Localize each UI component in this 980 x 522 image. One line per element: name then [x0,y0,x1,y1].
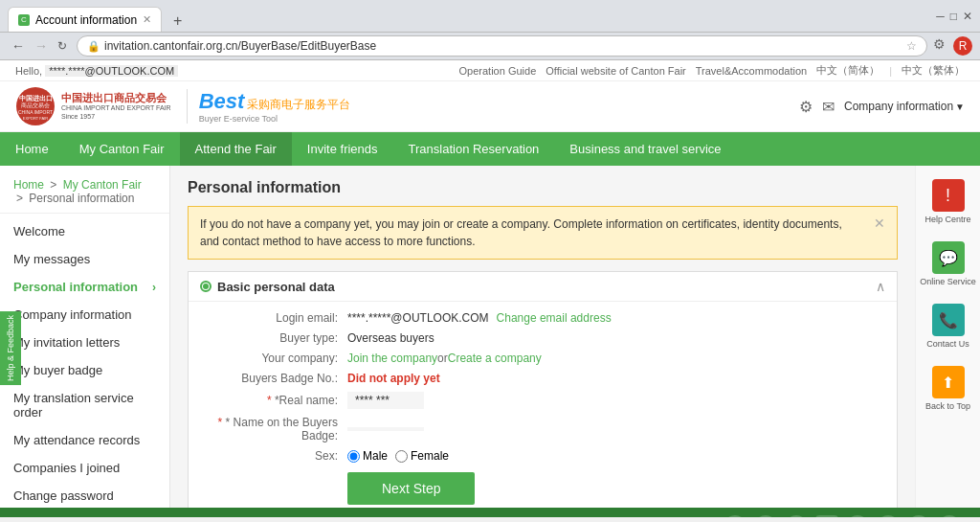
rs-back-to-top[interactable]: ⬆ Back to Top [916,360,980,417]
change-email-link[interactable]: Change email address [497,311,612,325]
rs-backtop-label: Back to Top [925,401,970,411]
svg-text:商品交易会: 商品交易会 [21,102,50,108]
collapse-icon[interactable]: ∧ [876,279,885,294]
nav-translation[interactable]: Translation Reservation [393,132,555,166]
sex-female-label: Female [411,449,449,463]
nav-home[interactable]: Home [0,132,64,166]
form-row-buyer-badge-name: * * Name on the Buyers Badge: [204,416,881,443]
twitter-icon[interactable]: t [785,515,808,517]
sidebar-item-badge[interactable]: My buyer badge [0,356,169,384]
youtube-icon[interactable]: yt [815,515,838,517]
form-row-real-name: * *Real name: **** *** [204,392,881,409]
pinterest-icon[interactable]: p [907,515,930,517]
create-company-link[interactable]: Create a company [448,352,542,365]
star-icon[interactable]: ☆ [906,39,917,53]
forward-button[interactable]: → [31,38,52,54]
nav-attend-fair[interactable]: Attend the Fair [180,132,292,166]
logo-text: 中国进出口商品交易会 CHINA IMPORT AND EXPORT FAIR … [61,92,171,121]
real-name-value: **** *** [347,392,424,409]
sidebar-arrow-icon: › [152,281,156,294]
contact-icon: 📞 [932,304,965,336]
refresh-button[interactable]: ↻ [54,38,71,54]
settings-icon[interactable]: ⚙ [799,98,813,116]
op-guide-link[interactable]: Operation Guide [459,65,537,77]
email-value-area: ****.*****@OUTLOOK.COM Change email addr… [347,311,612,325]
instagram-icon[interactable]: ig [846,515,869,517]
nav-my-canton[interactable]: My Canton Fair [64,132,180,166]
facebook-icon[interactable]: f [724,515,746,517]
sidebar-item-companies-joined[interactable]: Companies I joined [0,454,169,482]
tiktok-icon[interactable]: tk [938,515,961,517]
feedback-label: Help & Feedback [6,315,15,381]
minimize-button[interactable]: ─ [936,10,945,23]
sidebar-welcome-label: Welcome [13,224,65,238]
badge-value: Did not apply yet [347,372,440,385]
breadcrumb: Home > My Canton Fair > Personal informa… [0,173,169,214]
new-tab-button[interactable]: + [166,11,189,32]
breadcrumb-mycanton[interactable]: My Canton Fair [63,178,142,192]
rs-help[interactable]: ! Help Centre [916,173,980,230]
breadcrumb-home[interactable]: Home [13,178,44,192]
page-title: Personal information [188,179,898,196]
maximize-button[interactable]: □ [950,10,957,23]
best-logo: Best 采购商电子服务平台 Buyer E-service Tool [187,89,351,124]
address-bar[interactable]: 🔒 invitation.cantonfair.org.cn/BuyerBase… [77,35,927,57]
canton-fair-logo: 中国进出口 商品交易会 CHINA IMPORT EXPORT FAIR 中国进… [15,86,171,126]
sidebar-item-welcome[interactable]: Welcome [0,217,169,245]
rs-contact[interactable]: 📞 Contact Us [916,298,980,354]
close-button[interactable]: ✕ [963,10,972,23]
buyer-badge-name-value [347,427,424,431]
sidebar-item-personal[interactable]: Personal information › [0,273,169,301]
svg-text:EXPORT FAIR: EXPORT FAIR [23,116,48,121]
nav-invite[interactable]: Invite friends [292,132,393,166]
browser-tab-active[interactable]: C Account information ✕ [8,7,162,32]
sidebar-item-company[interactable]: Company information [0,301,169,329]
sex-male-option[interactable]: Male [347,449,388,463]
tab-title: Account information [35,13,137,27]
nav-controls: ← → ↻ [8,38,71,54]
official-link[interactable]: Official website of Canton Fair [546,65,686,77]
hello-greeting: Hello, ****.****@OUTLOOK.COM [15,65,178,77]
sex-female-radio[interactable] [395,450,408,463]
vimeo-icon[interactable]: vm [877,515,900,517]
sidebar-item-attendance[interactable]: My attendance records [0,426,169,454]
best-english: Buyer E-service Tool [199,114,351,124]
nav-business[interactable]: Business and travel service [554,132,736,166]
sex-female-option[interactable]: Female [395,449,449,463]
linkedin-icon[interactable]: in [754,515,777,517]
form-content: Login email: ****.*****@OUTLOOK.COM Chan… [189,302,897,508]
top-info-bar: Hello, ****.****@OUTLOOK.COM Operation G… [0,60,980,81]
company-info-btn[interactable]: Company information ▼ [844,100,965,113]
site-footer: Website Information Contact Us f in t yt… [0,508,980,517]
tab-close-icon[interactable]: ✕ [143,13,151,26]
buyer-type-label: Buyer type: [204,331,347,345]
logo-en-text: CHINA IMPORT AND EXPORT FAIR Since 1957 [61,104,171,121]
sidebar-item-change-pw[interactable]: Change password [0,482,169,508]
mail-icon[interactable]: ✉ [822,98,835,116]
feedback-tab[interactable]: Help & Feedback [0,311,21,385]
sidebar-messages-label: My messages [13,252,90,266]
window-controls: ─ □ ✕ [936,10,972,23]
sidebar-item-messages[interactable]: My messages [0,245,169,273]
main-content: FILTRADE TRADING Personal information If… [170,166,915,508]
sidebar-attendance-label: My attendance records [13,433,140,447]
sidebar-item-translation[interactable]: My translation service order [0,384,169,426]
sidebar-item-invitation[interactable]: My invitation letters [0,329,169,356]
sidebar-company-label: Company information [13,307,132,322]
extensions-icon[interactable]: ⚙ [933,36,946,56]
alert-close-button[interactable]: ✕ [874,216,885,231]
lang-cn-simple[interactable]: 中文（简体） [816,63,880,78]
sidebar-invitation-label: My invitation letters [13,335,120,350]
top-links: Operation Guide Official website of Cant… [459,63,965,78]
join-company-link[interactable]: Join the company [347,352,437,365]
travel-link[interactable]: Travel&Accommodation [696,65,807,77]
next-step-button[interactable]: Next Step [347,472,475,505]
back-button[interactable]: ← [8,38,29,54]
logo-cn-text: 中国进出口商品交易会 [61,92,171,104]
sex-male-radio[interactable] [347,450,360,463]
form-row-badge: Buyers Badge No.: Did not apply yet [204,372,881,385]
lang-cn-trad[interactable]: 中文（繁体） [902,63,965,78]
profile-icon[interactable]: R [953,36,972,56]
sidebar-companies-label: Companies I joined [13,461,120,475]
rs-online-service[interactable]: 💬 Online Service [916,236,980,292]
